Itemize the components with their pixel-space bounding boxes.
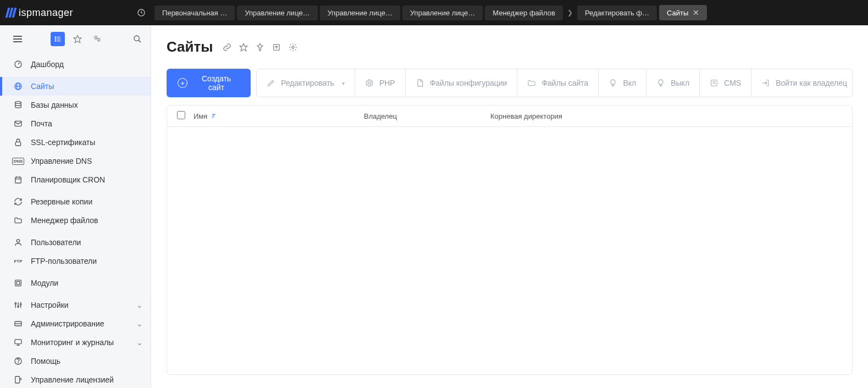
sidebar-item-label: SSL-сертификаты xyxy=(31,138,95,147)
close-icon[interactable]: ✕ xyxy=(693,8,699,17)
svg-marker-40 xyxy=(240,43,247,51)
cms-icon xyxy=(710,79,718,87)
sidebar-item-modules[interactable]: Модули xyxy=(0,274,151,292)
create-site-button[interactable]: + Создать сайт xyxy=(167,69,251,97)
disable-button[interactable]: Выкл xyxy=(646,69,700,97)
hamburger-icon[interactable] xyxy=(13,36,22,42)
column-header-name[interactable]: Имя xyxy=(193,112,364,120)
list-view-icon[interactable] xyxy=(51,32,65,46)
sidebar-item-sites[interactable]: Сайты xyxy=(0,77,151,96)
sidebar-item-dashboard[interactable]: Дашборд xyxy=(0,55,151,74)
tab-item[interactable]: Менеджер файлов xyxy=(485,5,563,20)
tab-item[interactable]: Управление лице… xyxy=(402,5,483,20)
help-icon xyxy=(13,356,23,366)
logo: ispmanager xyxy=(7,7,73,19)
calendar-icon xyxy=(13,175,23,185)
link-icon[interactable] xyxy=(223,43,231,52)
sidebar-item-monitoring[interactable]: Мониторинг и журналы ⌄ xyxy=(0,333,151,352)
star-icon[interactable] xyxy=(239,43,248,52)
history-icon[interactable] xyxy=(132,4,150,21)
svg-point-9 xyxy=(98,38,100,41)
sidebar-item-label: Резервные копии xyxy=(31,197,92,206)
svg-rect-2 xyxy=(57,37,60,37)
puzzle-icon xyxy=(13,278,23,288)
sidebar-item-files[interactable]: Менеджер файлов xyxy=(0,211,151,230)
dns-icon: DNS xyxy=(13,156,23,166)
dashboard-icon xyxy=(13,59,23,69)
new-window-icon[interactable] xyxy=(272,43,281,52)
chevron-down-icon: ⌄ xyxy=(136,338,143,347)
config-files-button[interactable]: Файлы конфигурации xyxy=(406,69,518,97)
sidebar-item-admin[interactable]: Администрирование ⌄ xyxy=(0,314,151,333)
sidebar-item-label: Менеджер файлов xyxy=(31,216,98,225)
sidebar-item-label: Управление лицензией xyxy=(31,375,114,384)
sidebar-item-dns[interactable]: DNS Управление DNS xyxy=(0,152,151,170)
page-title: Сайты xyxy=(167,38,213,56)
sidebar-item-cron[interactable]: Планировщик CRON xyxy=(0,170,151,189)
edit-button[interactable]: Редактировать ▾ xyxy=(257,69,355,97)
chevron-right-icon: ❯ xyxy=(565,9,575,16)
cms-button[interactable]: CMS xyxy=(700,69,751,97)
sidebar-item-settings[interactable]: Настройки ⌄ xyxy=(0,296,151,314)
tab-item-active[interactable]: Сайты ✕ xyxy=(659,5,707,20)
sidebar-item-users[interactable]: Пользователи xyxy=(0,233,151,252)
sidebar-item-label: Управление DNS xyxy=(31,157,92,165)
svg-rect-19 xyxy=(15,177,21,183)
column-header-owner[interactable]: Владелец xyxy=(364,112,490,120)
sidebar-item-label: Дашборд xyxy=(31,60,64,69)
svg-rect-39 xyxy=(15,376,20,383)
license-icon xyxy=(13,375,23,385)
tab-item[interactable]: Управление лице… xyxy=(237,5,317,20)
globe-icon xyxy=(13,81,23,91)
login-as-owner-button[interactable]: Войти как владелец xyxy=(751,69,853,97)
svg-point-29 xyxy=(18,306,19,307)
sidebar-item-label: Настройки xyxy=(31,301,69,309)
svg-point-43 xyxy=(368,82,371,84)
site-files-button[interactable]: Файлы сайта xyxy=(517,69,599,97)
logo-icon xyxy=(7,8,15,18)
svg-rect-4 xyxy=(57,38,60,39)
toolbar: + Создать сайт Редактировать ▾ PHP xyxy=(167,69,853,97)
svg-rect-34 xyxy=(15,340,21,344)
enable-button[interactable]: Вкл xyxy=(599,69,646,97)
search-icon[interactable] xyxy=(133,35,142,43)
php-button[interactable]: PHP xyxy=(355,69,406,97)
file-icon xyxy=(416,79,424,87)
folder-icon xyxy=(527,79,536,87)
sliders-icon xyxy=(13,300,23,310)
column-header-root[interactable]: Корневая директория xyxy=(490,112,573,120)
tab-item[interactable]: Первоначальная … xyxy=(154,5,235,20)
sidebar-item-label: FTP-пользователи xyxy=(31,257,97,265)
sidebar-item-ftp[interactable]: FTP FTP-пользователи xyxy=(0,252,151,270)
page-header: Сайты xyxy=(167,38,853,56)
table-header: Имя Владелец Корневая директория xyxy=(167,106,852,127)
gear-icon xyxy=(365,79,374,87)
pin-icon[interactable] xyxy=(256,43,264,52)
chevron-down-icon: ▾ xyxy=(342,80,345,86)
sidebar-item-databases[interactable]: Базы данных xyxy=(0,96,151,114)
sidebar-item-ssl[interactable]: SSL-сертификаты xyxy=(0,133,151,152)
plus-icon: + xyxy=(178,78,187,88)
svg-rect-6 xyxy=(57,41,60,41)
svg-point-38 xyxy=(18,363,19,363)
svg-point-27 xyxy=(15,303,16,304)
tab-item[interactable]: Редактировать ф… xyxy=(577,5,657,20)
monitor-icon xyxy=(13,337,23,347)
sidebar-item-label: Мониторинг и журналы xyxy=(31,338,114,347)
settings-icon[interactable] xyxy=(289,43,297,52)
database-icon xyxy=(13,100,23,110)
sidebar-item-mail[interactable]: Почта xyxy=(0,114,151,133)
star-icon[interactable] xyxy=(70,32,85,46)
sidebar-item-help[interactable]: Помощь xyxy=(0,352,151,370)
sidebar-item-license[interactable]: Управление лицензией xyxy=(0,370,151,388)
lightbulb-on-icon xyxy=(609,79,617,87)
svg-rect-25 xyxy=(16,281,19,284)
table: Имя Владелец Корневая директория xyxy=(167,105,853,375)
tab-item[interactable]: Управление лице… xyxy=(320,5,400,20)
sidebar-item-label: Модули xyxy=(31,279,58,287)
footprints-icon[interactable] xyxy=(90,32,104,46)
sidebar-item-backup[interactable]: Резервные копии xyxy=(0,192,151,211)
svg-rect-5 xyxy=(55,40,56,41)
select-all-checkbox[interactable] xyxy=(177,111,193,121)
chevron-down-icon: ⌄ xyxy=(136,319,143,328)
